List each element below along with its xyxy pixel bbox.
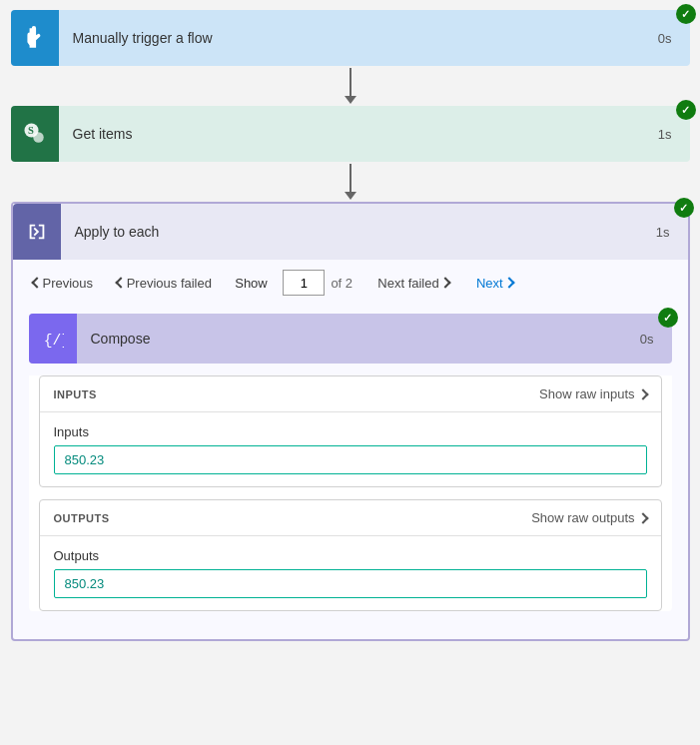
get-items-step[interactable]: S Get items 1s ✓ — [11, 106, 690, 162]
outputs-field-label: Outputs — [54, 548, 647, 563]
manually-trigger-icon — [11, 10, 59, 66]
compose-icon: {/} — [29, 314, 77, 364]
outputs-header: OUTPUTS Show raw outputs — [40, 500, 661, 536]
compose-section: {/} Compose 0s ✓ INPUTS Show raw inputs — [29, 314, 672, 611]
inputs-body: Inputs 850.23 — [40, 412, 661, 486]
pagination-bar: Previous Previous failed Show of 2 Next … — [13, 260, 688, 306]
next-chevron-icon — [503, 277, 514, 288]
io-sections: INPUTS Show raw inputs Inputs 850.23 — [29, 375, 672, 611]
compose-step[interactable]: {/} Compose 0s ✓ — [29, 314, 672, 364]
outputs-value: 850.23 — [54, 569, 647, 598]
inputs-value: 850.23 — [54, 445, 647, 474]
outputs-title: OUTPUTS — [54, 512, 110, 524]
show-raw-outputs-button[interactable]: Show raw outputs — [531, 510, 646, 525]
page-input[interactable] — [283, 270, 325, 296]
inputs-title: INPUTS — [54, 388, 97, 400]
apply-each-label: Apply to each — [61, 224, 656, 240]
svg-text:S: S — [28, 125, 34, 136]
flow-container: Manually trigger a flow 0s ✓ S Get items… — [0, 10, 700, 641]
next-failed-button[interactable]: Next failed — [373, 274, 452, 293]
apply-each-container: Apply to each 1s ✓ Previous Previous fai… — [11, 202, 690, 641]
manually-trigger-duration: 0s — [658, 31, 678, 46]
svg-point-2 — [33, 132, 44, 143]
show-raw-inputs-icon — [637, 388, 648, 399]
total-pages: of 2 — [331, 276, 352, 291]
manually-trigger-label: Manually trigger a flow — [59, 30, 658, 46]
get-items-status: ✓ — [676, 100, 696, 120]
compose-duration: 0s — [640, 332, 660, 347]
svg-text:{/}: {/} — [43, 333, 63, 349]
get-items-icon: S — [11, 106, 59, 162]
show-raw-inputs-button[interactable]: Show raw inputs — [539, 386, 646, 401]
manually-trigger-step[interactable]: Manually trigger a flow 0s ✓ — [11, 10, 690, 66]
inputs-field-label: Inputs — [54, 424, 647, 439]
compose-status: ✓ — [658, 308, 678, 328]
inputs-header: INPUTS Show raw inputs — [40, 376, 661, 412]
apply-each-duration: 1s — [656, 225, 676, 240]
apply-each-icon — [13, 204, 61, 260]
previous-button[interactable]: Previous — [29, 274, 98, 293]
next-button[interactable]: Next — [472, 274, 517, 293]
get-items-duration: 1s — [658, 127, 678, 142]
show-label: Show — [235, 276, 268, 291]
outputs-body: Outputs 850.23 — [40, 536, 661, 610]
compose-label: Compose — [77, 331, 640, 347]
previous-failed-button[interactable]: Previous failed — [113, 274, 216, 293]
previous-chevron-icon — [31, 277, 42, 288]
manually-trigger-status: ✓ — [676, 4, 696, 24]
prev-failed-chevron-icon — [115, 277, 126, 288]
outputs-block: OUTPUTS Show raw outputs Outputs 850.23 — [39, 499, 662, 611]
show-raw-outputs-icon — [637, 512, 648, 523]
next-failed-chevron-icon — [439, 277, 450, 288]
arrow-1 — [345, 66, 356, 106]
arrow-2 — [345, 162, 356, 202]
inputs-block: INPUTS Show raw inputs Inputs 850.23 — [39, 375, 662, 487]
get-items-label: Get items — [59, 126, 658, 142]
apply-each-step[interactable]: Apply to each 1s ✓ — [13, 204, 688, 260]
apply-each-status: ✓ — [674, 198, 694, 218]
